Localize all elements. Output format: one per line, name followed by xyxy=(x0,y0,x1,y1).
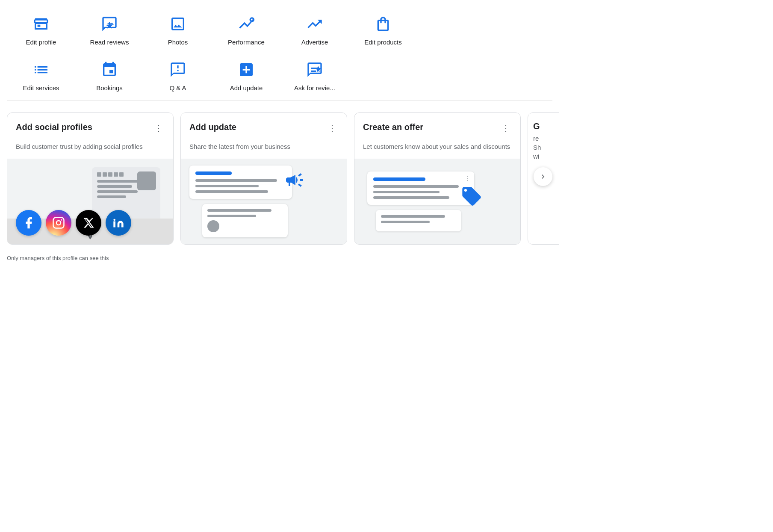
x-twitter-icon xyxy=(76,210,101,236)
quick-action-edit-services[interactable]: Edit services xyxy=(7,56,75,95)
quick-actions-row1: Edit profile Read reviews Photos Perform… xyxy=(0,0,559,53)
mock-offer-post: ⋮ xyxy=(367,171,474,205)
quick-action-bookings[interactable]: Bookings xyxy=(75,56,144,95)
linkedin-icon xyxy=(106,210,131,236)
quick-action-add-update[interactable]: Add update xyxy=(212,56,280,95)
qa-label: Q & A xyxy=(169,84,186,92)
cards-section: Add social profiles ⋮ Build customer tru… xyxy=(0,102,559,251)
calendar-icon xyxy=(99,59,120,80)
partial-title: G xyxy=(533,121,559,131)
create-offer-card[interactable]: Create an offer ⋮ Let customers know abo… xyxy=(354,112,521,245)
svg-point-3 xyxy=(61,219,62,220)
bookings-label: Bookings xyxy=(96,84,123,92)
social-profiles-image xyxy=(7,159,173,244)
mock-post-2 xyxy=(202,204,288,237)
add-update-card-header: Add update ⋮ xyxy=(189,121,338,135)
social-profiles-description: Build customer trust by adding social pr… xyxy=(16,142,165,152)
add-update-card[interactable]: Add update ⋮ Share the latest from your … xyxy=(180,112,347,245)
store-icon xyxy=(31,14,51,34)
edit-profile-label: Edit profile xyxy=(26,38,56,46)
mock-dots: ⋮ xyxy=(464,175,471,182)
add-update-card-content: Add update ⋮ Share the latest from your … xyxy=(181,113,347,159)
social-profiles-menu-icon[interactable]: ⋮ xyxy=(153,121,165,135)
create-offer-menu-icon[interactable]: ⋮ xyxy=(500,121,512,135)
photos-label: Photos xyxy=(168,38,188,46)
chat-icon xyxy=(168,59,188,80)
ask-review-icon xyxy=(304,59,325,80)
quick-action-photos[interactable]: Photos xyxy=(144,10,212,49)
ads-icon xyxy=(304,14,325,34)
bag-icon xyxy=(373,14,393,34)
read-reviews-label: Read reviews xyxy=(90,38,129,46)
edit-services-label: Edit services xyxy=(23,84,59,92)
footer-note-text: Only managers of this profile can see th… xyxy=(7,255,109,261)
create-offer-title: Create an offer xyxy=(363,121,423,133)
social-icons-row xyxy=(16,210,131,236)
mock-store-icon xyxy=(137,171,156,190)
advertise-label: Advertise xyxy=(301,38,328,46)
quick-action-performance[interactable]: Performance xyxy=(212,10,280,49)
create-offer-card-content: Create an offer ⋮ Let customers know abo… xyxy=(354,113,520,159)
partial-desc1: re xyxy=(533,135,559,142)
add-update-title: Add update xyxy=(189,121,236,133)
instagram-icon xyxy=(46,210,71,236)
add-update-menu-icon[interactable]: ⋮ xyxy=(326,121,338,135)
add-update-label: Add update xyxy=(230,84,263,92)
svg-point-2 xyxy=(56,221,61,225)
social-profiles-card-content: Add social profiles ⋮ Build customer tru… xyxy=(7,113,173,159)
create-offer-description: Let customers know about your sales and … xyxy=(363,142,512,152)
tag-icon xyxy=(460,185,483,209)
quick-action-read-reviews[interactable]: Read reviews xyxy=(75,10,144,49)
mock-offer-post-2 xyxy=(376,210,461,231)
quick-actions-row2: Edit services Bookings Q & A Add update xyxy=(0,53,559,98)
svg-point-0 xyxy=(250,18,254,21)
quick-action-edit-products[interactable]: Edit products xyxy=(349,10,417,49)
mock-post xyxy=(189,166,292,199)
facebook-icon xyxy=(16,210,41,236)
performance-label: Performance xyxy=(228,38,265,46)
social-profiles-card[interactable]: Add social profiles ⋮ Build customer tru… xyxy=(7,112,174,245)
quick-action-edit-profile[interactable]: Edit profile xyxy=(7,10,75,49)
footer-note: Only managers of this profile can see th… xyxy=(0,251,559,272)
svg-rect-1 xyxy=(53,217,64,228)
social-profiles-title: Add social profiles xyxy=(16,121,92,133)
star-speech-icon xyxy=(99,14,120,34)
create-offer-card-header: Create an offer ⋮ xyxy=(363,121,512,135)
add-update-image xyxy=(181,159,347,244)
partial-desc3: wi xyxy=(533,153,559,160)
trending-up-icon xyxy=(236,14,257,34)
add-note-icon xyxy=(236,59,257,80)
ask-review-label: Ask for revie... xyxy=(294,84,335,92)
section-divider xyxy=(7,100,552,100)
megaphone-icon xyxy=(284,170,305,192)
partial-desc2: Sh xyxy=(533,144,559,151)
quick-action-qa[interactable]: Q & A xyxy=(144,56,212,95)
add-update-description: Share the latest from your business xyxy=(189,142,338,152)
next-arrow-button[interactable] xyxy=(534,167,552,186)
list-icon xyxy=(31,59,51,80)
partial-card-content: G re Sh wi xyxy=(528,113,559,168)
photo-icon xyxy=(168,14,188,34)
quick-action-ask-review[interactable]: Ask for revie... xyxy=(280,56,349,95)
edit-products-label: Edit products xyxy=(364,38,402,46)
social-profiles-card-header: Add social profiles ⋮ xyxy=(16,121,165,135)
create-offer-image: ⋮ xyxy=(354,159,520,244)
quick-action-advertise[interactable]: Advertise xyxy=(280,10,349,49)
